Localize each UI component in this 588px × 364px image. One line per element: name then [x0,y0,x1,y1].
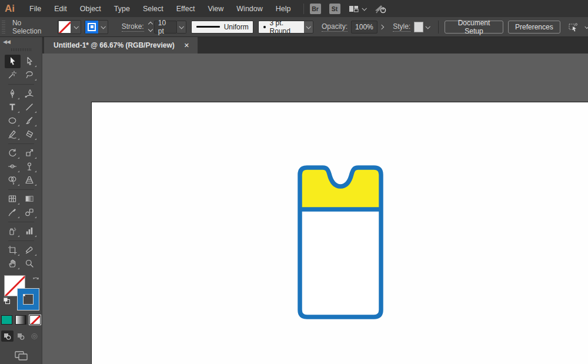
selection-tool[interactable] [5,55,21,68]
width-profile-dropdown[interactable]: Uniform [191,21,254,34]
symbol-sprayer-tool[interactable] [5,225,21,238]
line-segment-tool[interactable] [22,101,38,114]
preferences-button[interactable]: Preferences [508,21,560,34]
eraser-tool[interactable] [22,128,38,141]
draw-behind-button[interactable] [15,330,27,342]
select-similar-chevron-icon[interactable] [584,24,588,29]
type-tool[interactable] [5,101,21,114]
document-tab-bar: Untitled-1* @ 66.67% (RGB/Preview) ✕ [42,37,588,54]
brush-definition-dropdown[interactable]: 3 pt. Round [258,21,313,34]
width-profile-value: Uniform [224,23,249,31]
pen-tool[interactable] [5,87,21,101]
color-mode-buttons [1,315,41,325]
slice-tool[interactable] [22,243,38,257]
mesh-tool[interactable] [5,192,21,206]
stroke-color-dropdown[interactable] [85,20,108,34]
chevron-down-icon [306,24,311,29]
divider [8,143,34,144]
column-graph-tool[interactable] [22,225,38,238]
hand-tool[interactable] [5,257,21,271]
screen-mode-icon[interactable] [14,350,29,364]
divider [8,189,34,190]
tools-panel: ◀◀ [0,37,42,364]
rotate-tool[interactable] [5,146,21,160]
opacity-panel-link[interactable]: Opacity: [322,22,348,32]
brush-preview-dot [263,26,265,28]
direct-selection-tool[interactable] [22,55,38,68]
fill-none-swatch[interactable] [59,21,71,33]
fill-color-dropdown[interactable] [58,20,81,34]
gradient-button[interactable] [15,315,26,325]
divider [8,241,34,241]
stroke-proxy-blue[interactable] [17,288,39,310]
menu-object[interactable]: Object [74,0,108,17]
control-bar: No Selection Stroke: 10 pt Uniform 3 pt.… [0,17,588,37]
stroke-weight-field[interactable]: 10 pt [154,21,178,34]
select-similar-icon[interactable] [567,22,579,32]
menu-file[interactable]: File [23,0,48,17]
gradient-tool[interactable] [22,192,38,206]
stroke-profile-preview [196,26,220,28]
stroke-color-swatch[interactable] [85,21,98,34]
brush-definition-value: 3 pt. Round [270,21,299,34]
stock-button[interactable]: St [329,4,340,14]
notched-shape[interactable] [297,165,384,320]
stroke-weight-dropdown[interactable] [177,21,186,34]
divider [8,222,34,222]
color-button[interactable] [1,315,12,325]
document-setup-button[interactable]: Document Setup [445,21,503,34]
style-swatch[interactable] [414,22,423,32]
canvas-pasteboard[interactable] [42,54,588,364]
menu-edit[interactable]: Edit [48,0,74,17]
illustrator-logo: Ai [5,3,15,15]
magic-wand-tool[interactable] [5,68,21,82]
chevron-down-icon [101,24,106,29]
style-panel-link[interactable]: Style: [393,22,410,32]
draw-normal-button[interactable] [1,330,14,342]
ellipse-tool[interactable] [5,114,21,128]
bridge-button[interactable]: Br [310,4,321,14]
menu-window[interactable]: Window [230,0,269,17]
paintbrush-tool[interactable] [22,114,38,128]
swap-fill-stroke-icon[interactable] [32,275,39,286]
eyedropper-tool[interactable] [5,206,21,219]
menu-view[interactable]: View [201,0,230,17]
shaper-tool[interactable] [5,128,21,141]
style-dropdown[interactable] [423,21,432,34]
perspective-grid-tool[interactable] [22,173,38,187]
shape-builder-tool[interactable] [5,173,21,187]
workspace-chevron-icon[interactable] [362,6,366,11]
toolbar-grip[interactable] [11,48,31,51]
selection-status: No Selection [12,19,46,35]
lasso-tool[interactable] [22,68,38,82]
document-tab[interactable]: Untitled-1* @ 66.67% (RGB/Preview) ✕ [44,37,198,54]
menu-type[interactable]: Type [108,0,136,17]
tab-close-icon[interactable]: ✕ [183,41,191,51]
menu-select[interactable]: Select [136,0,170,17]
curvature-tool[interactable] [22,87,38,101]
chevron-down-icon [253,24,253,29]
artboard-tool[interactable] [5,243,21,257]
stroke-panel-link[interactable]: Stroke: [122,22,144,32]
scale-tool[interactable] [22,146,38,160]
opacity-expand-button[interactable] [377,21,386,34]
default-fill-stroke-icon[interactable] [3,296,11,307]
gpu-performance-icon[interactable] [374,4,387,14]
menu-help[interactable]: Help [269,0,298,17]
collapse-panel-icon[interactable]: ◀◀ [0,37,42,46]
width-tool[interactable] [5,160,21,173]
puppet-warp-tool[interactable] [22,160,38,173]
blend-tool[interactable] [22,206,38,219]
panel-grip[interactable] [2,21,5,34]
menu-effect[interactable]: Effect [170,0,202,17]
menu-separator [303,4,304,14]
divider [438,21,439,34]
zoom-tool[interactable] [22,257,38,271]
opacity-field[interactable]: 100% [351,21,377,34]
stroke-weight-stepper[interactable] [149,22,152,31]
fill-stroke-proxy [3,275,39,309]
none-button[interactable] [29,315,41,325]
draw-inside-button[interactable] [28,330,41,342]
chevron-down-icon [74,24,79,29]
workspace-switcher-icon[interactable] [349,5,359,13]
